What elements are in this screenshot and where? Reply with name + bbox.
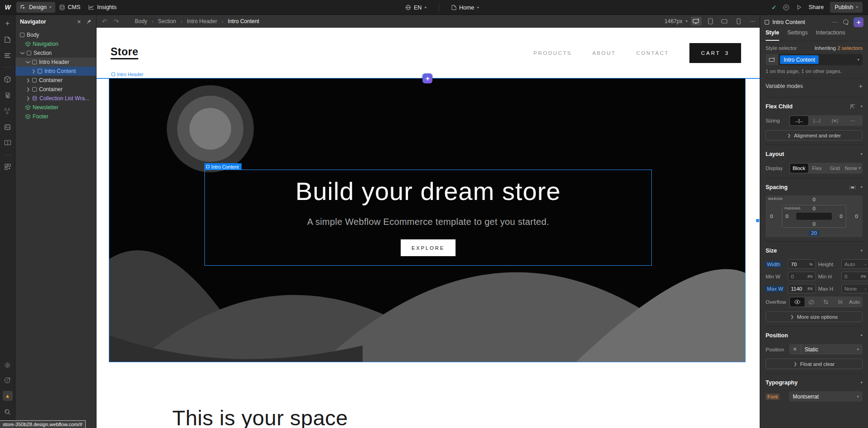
tree-item-intro-header[interactable]: ❯ Intro Header — [15, 58, 96, 67]
min-width-input[interactable]: 0 PX — [788, 272, 816, 281]
padding-right-value[interactable]: 0 — [840, 214, 843, 219]
ai-spacing-handle[interactable] — [422, 73, 432, 83]
collapse-section-icon[interactable]: ▾ — [860, 152, 863, 156]
breakpoint-phone-landscape-button[interactable] — [719, 17, 730, 26]
locale-switcher[interactable]: EN ▾ — [401, 2, 431, 13]
tree-item-intro-content[interactable]: ❯ Intro Content — [15, 67, 96, 76]
assets-icon[interactable] — [3, 123, 13, 131]
sizing-none-option[interactable]: |✕| — [826, 116, 844, 125]
nav-link-about[interactable]: ABOUT — [592, 50, 616, 56]
sizing-more-option[interactable]: ⋯ — [844, 116, 862, 125]
tree-item-body[interactable]: Body — [15, 30, 96, 39]
site-logo[interactable]: Store — [111, 46, 138, 59]
overflow-scroll-option[interactable] — [819, 297, 833, 306]
design-mode-button[interactable]: Design ▾ — [16, 2, 55, 13]
collapse-section-icon[interactable]: ▾ — [860, 249, 863, 253]
intro-content-element[interactable]: Build your dream store A simple Webflow … — [204, 170, 652, 266]
intro-header-tag[interactable]: Intro Header — [112, 72, 143, 77]
styles-icon[interactable] — [3, 91, 13, 99]
help-icon[interactable]: ? — [3, 376, 13, 384]
audit-warning-button[interactable]: ▲ — [3, 391, 13, 401]
explore-button[interactable]: EXPLORE — [401, 239, 456, 256]
overflow-hidden-option[interactable] — [805, 297, 819, 306]
max-height-unit[interactable]: - — [865, 287, 866, 291]
cart-button[interactable]: CART 3 — [689, 43, 741, 63]
breadcrumb-body[interactable]: Body — [135, 18, 147, 24]
add-elements-icon[interactable]: + — [3, 19, 13, 28]
class-selector-input[interactable]: Intro Content ▾ — [766, 54, 863, 65]
collapse-section-icon[interactable]: ▾ — [860, 185, 863, 189]
min-height-input[interactable]: 0 PX — [841, 272, 868, 281]
canvas-more-options[interactable]: ⋯ — [750, 18, 755, 24]
inheriting-info[interactable]: Inheriting 2 selectors — [815, 45, 863, 51]
more-options-icon[interactable]: ⋯ — [832, 19, 838, 25]
ai-assistant-button[interactable] — [853, 17, 863, 27]
overflow-auto-option[interactable]: Auto — [847, 297, 862, 306]
search-icon[interactable] — [3, 408, 13, 416]
font-dropdown[interactable]: Montserrat ▾ — [789, 391, 863, 402]
webflow-logo-icon[interactable]: W — [0, 0, 15, 15]
min-height-unit[interactable]: PX — [861, 274, 866, 279]
publish-button[interactable]: Publish ▾ — [830, 2, 863, 13]
intro-content-tag[interactable]: Intro Content — [204, 163, 242, 170]
tab-interactions[interactable]: Interactions — [816, 29, 845, 41]
margin-top-value[interactable]: 0 — [813, 197, 815, 202]
redo-icon[interactable]: ↷ — [114, 18, 119, 25]
breakpoint-phone-portrait-button[interactable] — [733, 17, 744, 26]
apps-icon[interactable] — [3, 163, 13, 171]
insights-button[interactable]: Insights — [84, 2, 121, 13]
hero-title[interactable]: Build your dream store — [296, 176, 561, 206]
breadcrumb-intro-content[interactable]: Intro Content — [228, 18, 259, 24]
cms-button[interactable]: CMS — [55, 2, 84, 13]
variables-icon[interactable] — [3, 107, 13, 115]
libraries-icon[interactable] — [3, 139, 13, 147]
tree-item-container-2[interactable]: ❯ Container — [15, 85, 96, 94]
pages-icon[interactable] — [3, 35, 13, 44]
undo-icon[interactable]: ↶ — [102, 18, 107, 25]
breakpoint-tablet-button[interactable] — [705, 17, 716, 26]
preview-play-icon[interactable] — [796, 4, 802, 10]
settings-gear-icon[interactable] — [3, 361, 13, 369]
share-button[interactable]: Share — [809, 4, 824, 10]
padding-top-value[interactable]: 0 — [813, 206, 815, 211]
tab-style[interactable]: Style — [766, 29, 779, 41]
add-variable-mode-icon[interactable]: + — [859, 83, 863, 90]
flex-child-parent-icon[interactable] — [850, 104, 856, 110]
display-grid-option[interactable]: Grid — [826, 164, 844, 173]
pin-icon[interactable] — [87, 19, 92, 25]
nav-link-contact[interactable]: CONTACT — [636, 50, 669, 56]
sizing-shrink-option[interactable]: →|← — [790, 116, 808, 125]
page-switcher[interactable]: Home ▾ — [447, 2, 483, 13]
overflow-visible-option[interactable] — [790, 297, 805, 306]
design-canvas[interactable]: Store PRODUCTS ABOUT CONTACT CART 3 Intr… — [97, 28, 760, 428]
display-flex-option[interactable]: Flex — [808, 164, 826, 173]
tree-item-section[interactable]: ❯ Section — [15, 49, 96, 58]
breadcrumb-section[interactable]: Section — [158, 18, 176, 24]
class-pill[interactable]: Intro Content — [780, 55, 819, 64]
spacing-options-icon[interactable] — [849, 185, 856, 190]
create-component-icon[interactable] — [843, 19, 849, 25]
max-width-input[interactable]: 1140 PX — [788, 284, 816, 293]
width-input[interactable]: 70 % — [788, 259, 816, 269]
hero-subtitle[interactable]: A simple Webflow Ecommerce template to g… — [307, 217, 549, 227]
sizing-grow-option[interactable]: |↔| — [808, 116, 826, 125]
position-dropdown[interactable]: ✕ Static ▾ — [789, 344, 863, 355]
max-width-unit[interactable]: PX — [808, 287, 813, 291]
margin-bottom-value[interactable]: 20 — [809, 230, 820, 236]
tree-item-navigation[interactable]: Navigation — [15, 39, 96, 49]
close-icon[interactable]: ✕ — [77, 19, 81, 25]
tree-item-newsletter[interactable]: Newsletter — [15, 103, 96, 112]
display-block-option[interactable]: Block — [790, 164, 808, 173]
breakpoint-desktop-button[interactable] — [691, 17, 702, 26]
padding-control[interactable]: PADDING 0 0 0 0 — [782, 205, 846, 228]
min-width-unit[interactable]: PX — [808, 274, 813, 279]
height-unit[interactable]: - — [865, 262, 866, 267]
tree-item-footer[interactable]: Footer — [15, 112, 96, 121]
margin-right-value[interactable]: 0 — [855, 214, 858, 219]
chevron-collapsed-icon[interactable]: ❯ — [32, 69, 35, 73]
selection-resize-handle[interactable] — [756, 219, 760, 223]
chevron-collapsed-icon[interactable]: ❯ — [26, 96, 30, 101]
chevron-expanded-icon[interactable]: ❯ — [26, 60, 30, 64]
collapse-section-icon[interactable]: ▾ — [860, 334, 863, 337]
section-heading[interactable]: This is your space — [172, 405, 348, 428]
